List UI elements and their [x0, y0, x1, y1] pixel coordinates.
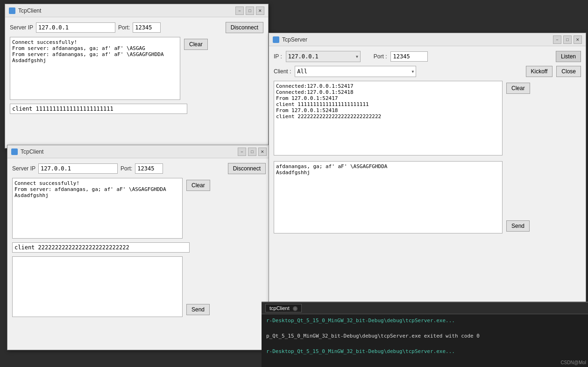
server-client-value: All [297, 68, 410, 75]
client2-port-input[interactable] [135, 163, 163, 174]
tcp-client-window-1: TcpClient − □ ✕ Server IP Port: Disconne… [5, 4, 269, 148]
server-log-textarea[interactable]: Connected:127.0.0.1:52417 Connected:127.… [274, 81, 503, 155]
client2-send-textarea[interactable] [12, 256, 183, 317]
client1-minimize-button[interactable]: − [235, 7, 244, 15]
client2-maximize-button[interactable]: □ [248, 148, 256, 156]
terminal-line-2 [266, 325, 583, 333]
client2-minimize-button[interactable]: − [238, 148, 246, 156]
server-controls: − □ ✕ [553, 35, 582, 44]
client1-controls: − □ ✕ [235, 7, 264, 15]
server-client-row: Client : All ▼ Kickoff Close [274, 66, 581, 77]
client1-connection-row: Server IP Port: Disconnect [10, 22, 263, 33]
client2-disconnect-button[interactable]: Disconnect [228, 163, 266, 174]
client1-log-section: Connect successfully! From server: afdan… [10, 37, 263, 100]
client2-title-text: TcpClient [21, 148, 43, 155]
client1-port-label: Port: [118, 24, 130, 31]
client2-controls: − □ ✕ [238, 148, 267, 156]
client1-clear-button[interactable]: Clear [184, 39, 208, 50]
client2-send-button[interactable]: Send [186, 304, 210, 315]
server-client-arrow-icon: ▼ [412, 70, 414, 74]
server-close-conn-button[interactable]: Close [556, 66, 581, 77]
server-send-section: afdanangas, ga; af' aF' \ASGAGFGHDDA Asd… [274, 161, 581, 233]
server-close-button[interactable]: ✕ [574, 35, 582, 44]
server-title-area: TcpServer [273, 36, 307, 43]
server-send-textarea[interactable]: afdanangas, ga; af' aF' \ASGAGFGHDDA Asd… [274, 161, 503, 233]
client2-titlebar: TcpClient − □ ✕ [7, 145, 270, 158]
client1-content: Server IP Port: Disconnect Connect succe… [5, 17, 268, 119]
terminal-line-3: p_Qt_5_15_0_MinGW_32_bit-Debug\debug\tcp… [266, 332, 583, 340]
client2-icon [11, 148, 18, 155]
client2-send-section: Send [12, 256, 266, 317]
terminal-tab-label: tcpClient [269, 305, 290, 311]
client1-log-textarea[interactable]: Connect successfully! From server: afdan… [10, 37, 180, 100]
watermark-text: CSDN@Mol [560, 360, 586, 365]
client1-maximize-button[interactable]: □ [246, 7, 254, 15]
server-clear-button[interactable]: Clear [506, 83, 530, 94]
server-titlebar: TcpServer − □ ✕ [269, 33, 586, 46]
client1-server-ip-input[interactable] [36, 22, 115, 33]
terminal-tab-tcpclient[interactable]: tcpClient ○ [265, 304, 302, 312]
client2-connection-row: Server IP Port: Disconnect [12, 163, 266, 174]
server-log-buttons: Clear [506, 81, 530, 155]
server-send-button[interactable]: Send [506, 220, 530, 232]
client1-icon [9, 7, 15, 14]
client1-disconnect-button[interactable]: Disconnect [226, 22, 263, 33]
client2-log-buttons: Clear [186, 178, 210, 239]
server-listen-button[interactable]: Listen [556, 51, 581, 62]
server-port-label: Port : [374, 53, 387, 60]
terminal-line-5: r-Desktop_Qt_5_15_0_MinGW_32_bit-Debug\d… [266, 348, 583, 356]
terminal-line-4 [266, 340, 583, 348]
server-client-dropdown[interactable]: All ▼ [295, 66, 416, 77]
server-maximize-button[interactable]: □ [563, 35, 572, 44]
client2-log-textarea[interactable]: Connect successfully! From server: afdan… [12, 178, 183, 239]
client2-server-ip-input[interactable] [38, 163, 118, 174]
client1-send-row [10, 104, 263, 114]
client2-clear-button[interactable]: Clear [186, 180, 210, 191]
server-content: IP : 127.0.0.1 ▼ Port : Listen Client : … [269, 46, 586, 238]
client2-send-buttons: Send [186, 256, 210, 317]
client2-content: Server IP Port: Disconnect Connect succe… [7, 158, 270, 322]
server-ip-arrow-icon: ▼ [356, 55, 358, 59]
terminal-header: tcpClient ○ [262, 303, 588, 314]
server-icon [273, 36, 279, 43]
terminal-line-1: r-Desktop_Qt_5_15_0_MinGW_32_bit-Debug\d… [266, 317, 583, 325]
client1-port-input[interactable] [133, 22, 161, 33]
client1-title-area: TcpClient [9, 7, 41, 14]
client1-title-text: TcpClient [18, 7, 41, 14]
server-minimize-button[interactable]: − [553, 35, 561, 44]
client2-server-ip-label: Server IP [12, 165, 35, 172]
client1-close-button[interactable]: ✕ [256, 7, 264, 15]
server-client-label: Client : [274, 68, 291, 75]
server-port-input[interactable] [390, 51, 428, 62]
client2-port-label: Port: [120, 165, 132, 172]
terminal-tab-icon: ○ [293, 306, 298, 311]
server-log-section: Connected:127.0.0.1:52417 Connected:127.… [274, 81, 581, 155]
terminal-content: r-Desktop_Qt_5_15_0_MinGW_32_bit-Debug\d… [262, 314, 588, 359]
tcp-client-window-2: TcpClient − □ ✕ Server IP Port: Disconne… [7, 145, 271, 350]
client1-log-buttons: Clear [184, 37, 208, 100]
server-ip-label: IP : [274, 53, 282, 60]
server-send-buttons: Send [506, 161, 530, 233]
server-title-text: TcpServer [282, 36, 307, 43]
client2-send-input-row [12, 242, 266, 253]
client2-send-input[interactable] [12, 242, 190, 253]
tcp-server-window: TcpServer − □ ✕ IP : 127.0.0.1 ▼ Port : … [269, 33, 586, 327]
server-kickoff-button[interactable]: Kickoff [526, 66, 553, 77]
client1-titlebar: TcpClient − □ ✕ [5, 4, 268, 17]
client2-title-area: TcpClient [11, 148, 43, 155]
client2-close-button[interactable]: ✕ [258, 148, 267, 156]
server-ip-dropdown[interactable]: 127.0.0.1 ▼ [286, 51, 361, 62]
server-ip-row: IP : 127.0.0.1 ▼ Port : Listen [274, 51, 581, 62]
client1-server-ip-label: Server IP [10, 24, 33, 31]
server-ip-value: 127.0.0.1 [288, 53, 354, 60]
terminal-panel: tcpClient ○ r-Desktop_Qt_5_15_0_MinGW_32… [262, 302, 588, 367]
client1-send-input[interactable] [10, 104, 187, 114]
client2-log-section: Connect successfully! From server: afdan… [12, 178, 266, 239]
